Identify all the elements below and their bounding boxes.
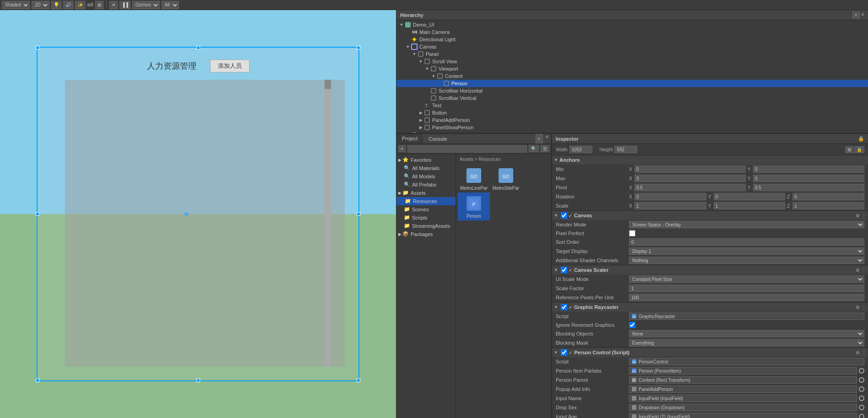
render-mode-select[interactable]: Screen Space - Overlay [629, 221, 864, 228]
handle-middle-bottom[interactable] [196, 379, 200, 382]
target-display-select[interactable]: Display 1 [629, 248, 864, 255]
inspector-lock-btn[interactable]: 🔒 [854, 146, 864, 153]
rotation-y[interactable] [714, 193, 786, 200]
tree-item-dir_light[interactable]: Directional Light [396, 36, 868, 43]
handle-top-left[interactable] [36, 46, 39, 50]
input-age-target-btn[interactable] [859, 414, 864, 418]
scale-x[interactable] [635, 202, 706, 209]
folder-resources[interactable]: 📁Resources [396, 197, 456, 205]
tree-item-content[interactable]: ▼Content [396, 72, 868, 80]
tree-item-event_system[interactable]: EventSystem [396, 131, 868, 133]
pivot-x[interactable] [635, 184, 746, 191]
ref-pixels-field[interactable] [629, 294, 864, 301]
inspector-lock-icon[interactable]: 🔒 [858, 136, 864, 142]
gizmos-select[interactable]: Gizmos [132, 1, 160, 9]
person-control-header[interactable]: ▼ ✓ Person Control (Script) ⚙ ⋮ [552, 348, 868, 357]
canvas-scaler-settings-icon[interactable]: ⚙ [856, 268, 860, 273]
project-toolbar-add[interactable]: + [398, 145, 406, 152]
all-select[interactable]: All [162, 1, 179, 9]
toolbar-pause-btn[interactable]: ▐▐ [119, 1, 130, 9]
anchors-min-x[interactable] [635, 165, 746, 173]
canvas-scaler-header[interactable]: ▼ ✓ Canvas Scaler ⚙ ⋮ [552, 265, 868, 275]
additional-shader-select[interactable]: Nothing [629, 257, 864, 264]
handle-top-right[interactable] [357, 46, 360, 50]
asset-metro-site-par[interactable]: GO MetroSitePar [490, 165, 522, 192]
handle-bottom-right[interactable] [357, 379, 360, 382]
person-parent-target-btn[interactable] [859, 377, 864, 383]
tab-project[interactable]: Project [396, 134, 423, 143]
anchors-max-y[interactable] [753, 175, 864, 182]
folder-streaming-assets[interactable]: 📁StreamingAssets [396, 222, 456, 230]
drop-sex-target-btn[interactable] [859, 405, 864, 410]
blocking-objects-select[interactable]: None [629, 330, 864, 337]
scale-factor-field[interactable] [629, 285, 864, 292]
canvas-enabled-checkbox[interactable] [561, 212, 567, 219]
canvas-section-header[interactable]: ▼ ✓ Canvas ⚙ ⋮ [552, 211, 868, 220]
anchors-header[interactable]: ▼ Anchors [552, 155, 868, 165]
handle-middle-left[interactable] [36, 212, 39, 216]
width-field[interactable] [570, 146, 592, 153]
folder-favorites[interactable]: ▶ ⭐ Favorites [396, 156, 456, 164]
person-control-overflow-icon[interactable]: ⋮ [862, 350, 866, 355]
scale-y[interactable] [714, 202, 786, 209]
folder-assets[interactable]: ▶ 📁Assets [396, 189, 456, 197]
project-filter-btn[interactable]: ☰ [541, 145, 549, 152]
tree-item-person[interactable]: Person [396, 80, 868, 87]
toolbar-audio-btn[interactable]: 🔊 [63, 1, 73, 9]
hierarchy-menu-btn[interactable]: ≡ [862, 11, 864, 18]
ui-scrollbar[interactable] [325, 80, 331, 367]
tree-item-demo_ui[interactable]: ▼Demo_UI [396, 21, 868, 28]
ui-scrollbar-thumb[interactable] [325, 80, 331, 89]
person-item-target-btn[interactable] [859, 368, 864, 374]
tree-item-panel[interactable]: ▼Panel [396, 50, 868, 58]
canvas-overflow-icon[interactable]: ⋮ [862, 213, 866, 218]
asset-metro-line-par[interactable]: GO MetroLinePar [458, 165, 490, 192]
tree-item-canvas[interactable]: ▼Canvas [396, 43, 868, 50]
folder-all-prefabs[interactable]: 🔍All Prefabs [396, 181, 456, 189]
tree-item-scroll_view[interactable]: ▼Scroll View [396, 58, 868, 65]
popup-add-info-target-btn[interactable] [859, 386, 864, 392]
person-control-settings-icon[interactable]: ⚙ [856, 350, 860, 355]
asset-person[interactable]: P Person [458, 192, 490, 220]
tree-item-panel_add_person[interactable]: ▶PanelAddPerson [396, 116, 868, 124]
view-mode-select[interactable]: 2D [32, 1, 49, 9]
tree-item-viewport[interactable]: ▼Viewport [396, 65, 868, 72]
tree-item-main_camera[interactable]: Main Camera [396, 28, 868, 36]
rotation-z[interactable] [792, 193, 864, 200]
input-name-target-btn[interactable] [859, 396, 864, 401]
pivot-y[interactable] [753, 184, 864, 191]
toolbar-close-btn[interactable]: ✕ [109, 1, 118, 9]
project-search-input[interactable] [407, 145, 527, 153]
graphic-raycaster-header[interactable]: ▼ ✓ Graphic Raycaster ⚙ ⋮ [552, 302, 868, 312]
graphic-raycaster-settings-icon[interactable]: ⚙ [856, 305, 860, 310]
sort-order-field[interactable] [629, 238, 864, 246]
rotation-x[interactable] [635, 193, 706, 200]
ui-scale-mode-select[interactable]: Constant Pixel Size [629, 275, 864, 283]
handle-bottom-left[interactable] [36, 379, 39, 382]
handle-middle-right[interactable] [357, 212, 360, 216]
anchors-min-y[interactable] [753, 165, 864, 173]
project-add-btn[interactable]: + [536, 134, 543, 143]
folder-scenes[interactable]: 📁Scenes [396, 205, 456, 214]
tree-item-scrollbar_h[interactable]: Scrollbar Horizontal [396, 87, 868, 94]
project-menu-btn[interactable]: ≡ [543, 134, 551, 143]
blocking-mask-select[interactable]: Everything [629, 339, 864, 346]
toolbar-fx-btn[interactable]: ✨ [75, 1, 85, 9]
toolbar-light-btn[interactable]: 💡 [51, 1, 61, 9]
toolbar-grid-btn[interactable]: ⊞ [95, 1, 103, 9]
folder-all-models[interactable]: 🔍All Models [396, 172, 456, 181]
graphic-raycaster-overflow-icon[interactable]: ⋮ [862, 305, 866, 310]
folder-all-materials[interactable]: 🔍All Materials [396, 164, 456, 172]
folder-packages[interactable]: ▶ 📦Packages [396, 230, 456, 238]
tab-console[interactable]: Console [423, 134, 452, 143]
canvas-settings-icon[interactable]: ⚙ [856, 213, 860, 218]
project-search-btn[interactable]: 🔍 [529, 145, 539, 152]
ui-add-button[interactable]: 添加人员 [210, 60, 250, 72]
canvas-scaler-overflow-icon[interactable]: ⋮ [862, 268, 866, 273]
canvas-scaler-checkbox[interactable] [561, 267, 567, 273]
scale-z[interactable] [792, 202, 864, 209]
person-control-checkbox[interactable] [561, 349, 567, 356]
height-field[interactable] [614, 146, 637, 153]
tree-item-button[interactable]: ▶Button [396, 109, 868, 116]
shading-select[interactable]: Shaded [2, 1, 30, 9]
